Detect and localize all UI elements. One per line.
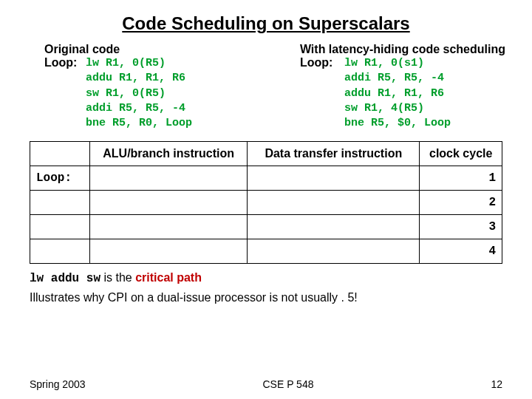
sched-code-line-3: sw R1, 4(R5) xyxy=(344,101,505,116)
table-row: 4 xyxy=(30,239,502,264)
cell-loop xyxy=(30,239,90,264)
cell-alu xyxy=(90,191,248,215)
table-row: 3 xyxy=(30,215,502,239)
cell-alu xyxy=(90,166,248,191)
sched-code-line-0: lw R1, 0(s1) xyxy=(344,56,424,71)
orig-code-line-0: lw R1, 0(R5) xyxy=(86,56,166,71)
orig-code-line-3: addi R5, R5, -4 xyxy=(86,101,192,116)
th-alu: ALU/branch instruction xyxy=(90,142,248,166)
table-header-row: ALU/branch instruction Data transfer ins… xyxy=(30,142,502,166)
original-code-block: Original code Loop: lw R1, 0(R5) addu R1… xyxy=(44,43,192,131)
footer-right: 12 xyxy=(491,378,502,390)
cell-data xyxy=(248,166,420,191)
cpi-note: Illustrates why CPI on a dual-issue proc… xyxy=(30,291,502,304)
footer: Spring 2003 CSE P 548 12 xyxy=(0,378,532,390)
cell-cycle: 1 xyxy=(420,166,502,191)
cell-alu xyxy=(90,215,248,239)
loop-label-left: Loop: xyxy=(44,56,86,71)
slide-title: Code Scheduling on Superscalars xyxy=(0,0,532,34)
table-row: Loop: 1 xyxy=(30,166,502,191)
cell-loop xyxy=(30,215,90,239)
cell-alu xyxy=(90,239,248,264)
code-columns: Original code Loop: lw R1, 0(R5) addu R1… xyxy=(0,34,532,137)
critical-path-text: critical path xyxy=(135,271,202,284)
mono-seq: lw addu sw xyxy=(30,272,100,285)
cell-cycle: 2 xyxy=(420,191,502,215)
sched-code-line-2: addu R1, R1, R6 xyxy=(344,86,505,101)
cell-data xyxy=(248,239,420,264)
mid-text: is the xyxy=(100,271,135,284)
cell-data xyxy=(248,191,420,215)
scheduled-code-header: With latency-hiding code scheduling xyxy=(300,43,505,56)
orig-code-line-1: addu R1, R1, R6 xyxy=(86,71,192,86)
loop-label-right: Loop: xyxy=(300,56,344,71)
sched-code-line-1: addi R5, R5, -4 xyxy=(344,71,505,86)
footer-center: CSE P 548 xyxy=(262,378,313,390)
cell-loop xyxy=(30,191,90,215)
cell-loop: Loop: xyxy=(30,166,90,191)
th-data: Data transfer instruction xyxy=(248,142,420,166)
critical-path-line: lw addu sw is the critical path xyxy=(30,271,502,285)
bottom-notes: lw addu sw is the critical path Illustra… xyxy=(0,264,532,304)
cell-cycle: 4 xyxy=(420,239,502,264)
scheduled-code-block: With latency-hiding code scheduling Loop… xyxy=(300,43,505,131)
th-empty xyxy=(30,142,90,166)
sched-code-line-4: bne R5, $0, Loop xyxy=(344,116,505,131)
orig-code-line-2: sw R1, 0(R5) xyxy=(86,86,192,101)
th-cycle: clock cycle xyxy=(420,142,502,166)
cell-cycle: 3 xyxy=(420,215,502,239)
cell-data xyxy=(248,215,420,239)
schedule-table: ALU/branch instruction Data transfer ins… xyxy=(30,141,502,264)
original-code-header: Original code xyxy=(44,43,192,56)
footer-left: Spring 2003 xyxy=(30,378,86,390)
table-row: 2 xyxy=(30,191,502,215)
orig-code-line-4: bne R5, R0, Loop xyxy=(86,116,192,131)
